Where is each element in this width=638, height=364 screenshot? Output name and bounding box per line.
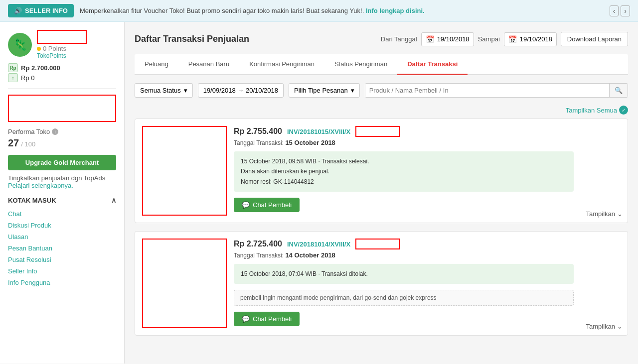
tab-status-pengiriman[interactable]: Status Pengiriman bbox=[324, 54, 397, 75]
date-to-input[interactable]: 📅 19/10/2018 bbox=[504, 32, 557, 46]
tampilkan-semua-link[interactable]: Tampilkan Semua ✓ bbox=[566, 106, 628, 115]
money-icon-1: Rp bbox=[8, 63, 18, 72]
banner-link[interactable]: Info lengkap disini. bbox=[366, 7, 425, 14]
balance-row-2: ↑ Rp 0 bbox=[8, 73, 116, 82]
product-image-2 bbox=[142, 239, 227, 328]
balance-amount-1: Rp 2.700.000 bbox=[21, 64, 60, 72]
performa-score: 27 bbox=[8, 137, 19, 149]
sidebar: 🦎 0 Points TokoPoints Rp Rp 2.700.000 ↑ … bbox=[0, 22, 125, 364]
content-header: Daftar Transaksi Penjualan Dari Tanggal … bbox=[135, 32, 628, 46]
transaction-date-2: Tanggal Transaksi: 14 October 2018 bbox=[234, 251, 574, 259]
search-icon: 🔍 bbox=[615, 87, 623, 94]
type-filter-label: Pilih Tipe Pesanan bbox=[294, 87, 348, 94]
balance-amount-2: Rp 0 bbox=[21, 74, 34, 82]
product-image-1 bbox=[142, 126, 227, 216]
tampilkan-button-1[interactable]: Tampilkan ⌄ bbox=[586, 210, 623, 218]
date-range-filter[interactable]: 19/09/2018 → 20/10/2018 bbox=[198, 83, 284, 98]
info-icon[interactable]: i bbox=[52, 128, 58, 135]
money-icon-2: ↑ bbox=[8, 73, 18, 82]
tampilkan-button-2[interactable]: Tampilkan ⌄ bbox=[586, 323, 623, 330]
tab-peluang[interactable]: Peluang bbox=[135, 54, 178, 75]
tab-pesanan-baru[interactable]: Pesanan Baru bbox=[178, 54, 239, 75]
type-filter[interactable]: Pilih Tipe Pesanan ▾ bbox=[289, 83, 360, 98]
sidebar-item-info-pengguna[interactable]: Info Pengguna bbox=[8, 277, 116, 288]
sidebar-item-pusat-resolusi[interactable]: Pusat Resolusi bbox=[8, 254, 116, 265]
download-laporan-button[interactable]: Download Laporan bbox=[561, 32, 628, 46]
kotak-masuk-header: KOTAK MASUK ∧ bbox=[8, 196, 116, 204]
chat-icon-2: 💬 bbox=[242, 315, 250, 323]
banner-badge-text: SELLER INFO bbox=[25, 7, 68, 14]
date-from-value: 19/10/2018 bbox=[437, 35, 470, 43]
transaction-status-2: 15 October 2018, 07:04 WIB · Transaksi d… bbox=[234, 264, 574, 284]
upgrade-gold-merchant-button[interactable]: Upgrade Gold Merchant bbox=[8, 155, 116, 170]
sidebar-item-chat[interactable]: Chat bbox=[8, 208, 116, 220]
dari-tanggal-label: Dari Tanggal bbox=[381, 35, 417, 43]
banner-navigation: ‹ › bbox=[610, 5, 630, 16]
page-title: Daftar Transaksi Penjualan bbox=[135, 34, 249, 44]
invoice-text-1: INV/20181015/XVIII/X bbox=[287, 128, 350, 135]
banner-text: Memperkenalkan fitur Voucher Toko! Buat … bbox=[80, 7, 604, 14]
tampilkan-semua-text: Tampilkan Semua bbox=[566, 107, 617, 114]
transaction-date-1: Tanggal Transaksi: 15 October 2018 bbox=[234, 139, 574, 146]
performa-total: / 100 bbox=[21, 140, 35, 148]
chat-pembeli-button-1[interactable]: 💬 Chat Pembeli bbox=[234, 198, 300, 212]
chat-pembeli-button-2[interactable]: 💬 Chat Pembeli bbox=[234, 312, 300, 326]
topads-promo-text: Tingkatkan penjualan dgn TopAds Pelajari… bbox=[8, 174, 116, 189]
chevron-down-icon-1: ⌄ bbox=[617, 210, 623, 218]
sidebar-menu: Chat Diskusi Produk Ulasan Pesan Bantuan… bbox=[8, 208, 116, 288]
performa-label: Performa Toko i bbox=[8, 128, 116, 135]
banner-main-text: Memperkenalkan fitur Voucher Toko! Buat … bbox=[80, 7, 364, 14]
transaction-tabs: Peluang Pesanan Baru Konfirmasi Pengirim… bbox=[135, 54, 628, 75]
transaction-amount-1: Rp 2.755.400 bbox=[234, 127, 282, 136]
card-actions-1: Tampilkan ⌄ bbox=[581, 119, 628, 223]
search-box: 🔍 bbox=[365, 83, 628, 98]
date-range-filter-value: 19/09/2018 → 20/10/2018 bbox=[203, 87, 278, 94]
search-button[interactable]: 🔍 bbox=[609, 84, 628, 97]
transaction-status-1: 15 October 2018, 09:58 WIB · Transaksi s… bbox=[234, 151, 574, 192]
top-banner: 🔊 SELLER INFO Memperkenalkan fitur Vouch… bbox=[0, 0, 638, 22]
banner-prev-btn[interactable]: ‹ bbox=[610, 5, 619, 16]
transaction-card-1: Rp 2.755.400 INV/20181015/XVIII/X Tangga… bbox=[135, 119, 628, 223]
date-to-value: 19/10/2018 bbox=[520, 35, 552, 43]
sidebar-item-diskusi-produk[interactable]: Diskusi Produk bbox=[8, 220, 116, 231]
chat-pembeli-label-2: Chat Pembeli bbox=[253, 315, 292, 323]
balance-row-1: Rp Rp 2.700.000 bbox=[8, 63, 116, 72]
tab-daftar-transaksi[interactable]: Daftar Transaksi bbox=[397, 54, 468, 75]
transaction-amount-2: Rp 2.725.400 bbox=[234, 240, 282, 248]
toko-points-label[interactable]: TokoPoints bbox=[37, 52, 87, 59]
sidebar-item-ulasan[interactable]: Ulasan bbox=[8, 231, 116, 243]
filter-row: Semua Status ▾ 19/09/2018 → 20/10/2018 P… bbox=[135, 83, 628, 98]
card-body-2: Rp 2.725.400 INV/20181014/XVIII/X Tangga… bbox=[234, 232, 581, 335]
invoice-text-2: INV/20181014/XVIII/X bbox=[287, 241, 350, 248]
sidebar-item-pesan-bantuan[interactable]: Pesan Bantuan bbox=[8, 243, 116, 254]
topads-main-text: Tingkatkan penjualan dgn TopAds bbox=[8, 174, 105, 182]
calendar-icon-from: 📅 bbox=[426, 35, 434, 43]
invoice-redbox-2 bbox=[355, 239, 400, 249]
kotak-masuk-chevron-icon[interactable]: ∧ bbox=[111, 196, 116, 204]
search-input[interactable] bbox=[365, 84, 609, 97]
chat-icon-1: 💬 bbox=[242, 201, 250, 209]
status-filter-label: Semua Status bbox=[140, 87, 181, 94]
tampilkan-label-1: Tampilkan bbox=[586, 210, 615, 218]
seller-info-badge: 🔊 SELLER INFO bbox=[8, 4, 74, 17]
tampilkan-semua-row: Tampilkan Semua ✓ bbox=[135, 106, 628, 115]
transaction-card-2: Rp 2.725.400 INV/20181014/XVIII/X Tangga… bbox=[135, 231, 628, 336]
transaction-note-2: pembeli ingin menganti mode pengiriman, … bbox=[234, 290, 574, 306]
main-content: Daftar Transaksi Penjualan Dari Tanggal … bbox=[125, 22, 638, 364]
status-filter[interactable]: Semua Status ▾ bbox=[135, 83, 193, 98]
chat-pembeli-label-1: Chat Pembeli bbox=[253, 201, 292, 209]
calendar-icon-to: 📅 bbox=[508, 35, 517, 43]
shop-name-box bbox=[37, 30, 87, 44]
invoice-redbox-1 bbox=[355, 126, 400, 137]
date-from-input[interactable]: 📅 19/10/2018 bbox=[421, 32, 474, 46]
card-top-2: Rp 2.725.400 INV/20181014/XVIII/X bbox=[234, 239, 574, 249]
avatar-image: 🦎 bbox=[8, 33, 32, 57]
card-actions-2: Tampilkan ⌄ bbox=[581, 232, 628, 335]
sidebar-item-seller-info[interactable]: Seller Info bbox=[8, 265, 116, 277]
tampilkan-label-2: Tampilkan bbox=[586, 323, 615, 330]
points-dot bbox=[37, 47, 41, 51]
topads-link[interactable]: Pelajari selengkapnya. bbox=[8, 182, 73, 189]
tab-konfirmasi-pengiriman[interactable]: Konfirmasi Pengiriman bbox=[239, 54, 324, 75]
banner-next-btn[interactable]: › bbox=[621, 5, 630, 16]
performa-label-text: Performa Toko bbox=[8, 128, 50, 135]
